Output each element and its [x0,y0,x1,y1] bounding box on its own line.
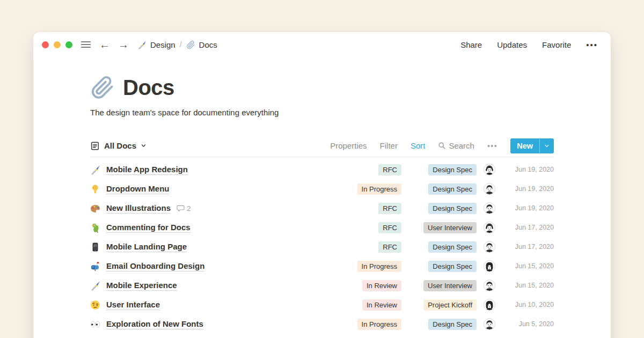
table-row[interactable]: New Illustrations 2 RFC Design Spec Jun … [90,199,554,218]
sidebar-menu-button[interactable] [80,39,91,50]
zoom-window-button[interactable] [65,41,72,48]
doc-emoji-icon [90,300,100,310]
doc-emoji-icon [90,165,100,175]
doc-type-badge[interactable]: Design Spec [428,164,477,175]
doc-type-badge[interactable]: Design Spec [428,241,477,253]
status-badge[interactable]: In Progress [357,183,401,195]
page-icon-paperclip[interactable] [90,75,115,100]
view-selector-label: All Docs [104,141,136,150]
doc-title-link[interactable]: User Interface [106,300,160,310]
close-window-button[interactable] [42,41,49,48]
doc-title-link[interactable]: New Illustrations [106,203,171,214]
titlebar: ← → Design / Docs Share Updates Favorite… [33,32,611,57]
doc-date: Jun 15, 2020 [502,262,554,270]
breadcrumb-label: Docs [199,40,217,49]
properties-button[interactable]: Properties [330,141,367,150]
status-badge[interactable]: In Review [362,280,401,291]
table-row[interactable]: Commenting for Docs RFC User Interview J… [90,218,554,237]
table-row[interactable]: Mobile Landing Page RFC Design Spec Jun … [90,237,554,256]
status-badge[interactable]: RFC [378,222,401,233]
doc-date: Jun 15, 2020 [502,282,554,289]
app-window: ← → Design / Docs Share Updates Favorite… [33,32,611,338]
new-button-label: New [510,138,539,153]
doc-emoji-icon [90,223,100,233]
table-row[interactable]: Mobile App Redesign RFC Design Spec Jun … [90,160,554,179]
page-subtitle: The design team's space for documenting … [90,108,554,117]
docs-table: Mobile App Redesign RFC Design Spec Jun … [90,160,554,334]
share-button[interactable]: Share [460,40,482,49]
new-button[interactable]: New [510,138,554,153]
breadcrumb-item-docs[interactable]: Docs [186,40,217,49]
avatar [484,280,495,291]
doc-type-badge[interactable]: Project Kickoff [423,299,477,311]
avatar [484,222,495,233]
comment-count-value: 2 [187,204,191,212]
search-button[interactable]: Search [438,141,474,150]
sort-button[interactable]: Sort [411,141,426,150]
doc-title-link[interactable]: Mobile Landing Page [106,242,187,252]
doc-emoji-icon [90,242,100,252]
favorite-button[interactable]: Favorite [542,40,571,49]
table-row[interactable]: Exploration of New Fonts In Progress Des… [90,314,554,334]
status-badge[interactable]: RFC [378,241,401,253]
doc-type-badge[interactable]: User Interview [423,280,477,291]
breadcrumb: Design / Docs [137,40,217,49]
hamburger-icon [80,39,91,50]
doc-title-link[interactable]: Mobile Experience [106,281,177,291]
journal-icon [90,141,100,151]
minimize-window-button[interactable] [54,41,61,48]
status-badge[interactable]: In Review [362,299,401,311]
new-button-dropdown[interactable] [540,138,554,153]
more-options-button[interactable]: ••• [586,40,598,49]
doc-emoji-icon [90,184,100,194]
doc-emoji-icon [90,319,100,329]
doc-date: Jun 10, 2020 [502,301,554,308]
doc-emoji-icon [90,261,100,271]
doc-title-link[interactable]: Commenting for Docs [106,223,191,233]
doc-type-badge[interactable]: Design Spec [428,319,477,330]
view-more-button[interactable]: ••• [487,142,497,150]
table-row[interactable]: Mobile Experience In Review User Intervi… [90,276,554,295]
table-row[interactable]: Email Onboarding Design In Progress Desi… [90,256,554,276]
doc-date: Jun 17, 2020 [502,243,554,251]
doc-date: Jun 17, 2020 [502,224,554,231]
doc-type-badge[interactable]: Design Spec [428,203,477,214]
avatar [484,318,495,330]
view-selector[interactable]: All Docs [90,141,147,151]
avatar [484,202,495,214]
avatar [484,164,495,175]
paintbrush-icon [137,40,147,49]
comment-count[interactable]: 2 [177,204,191,212]
table-row[interactable]: Dropdown Menu In Progress Design Spec Ju… [90,179,554,199]
doc-title-link[interactable]: Dropdown Menu [106,184,169,194]
doc-date: Jun 19, 2020 [502,185,554,193]
doc-date: Jun 5, 2020 [502,320,554,328]
search-icon [438,142,446,150]
doc-date: Jun 19, 2020 [502,166,554,173]
avatar [484,183,495,195]
updates-button[interactable]: Updates [497,40,527,49]
filter-button[interactable]: Filter [380,141,398,150]
doc-type-badge[interactable]: Design Spec [428,261,477,272]
avatar [484,260,495,272]
status-badge[interactable]: In Progress [357,319,401,330]
table-row[interactable]: User Interface In Review Project Kickoff… [90,295,554,314]
avatar [484,299,495,311]
status-badge[interactable]: In Progress [357,261,401,272]
breadcrumb-item-design[interactable]: Design [137,40,175,49]
avatar [484,241,495,253]
doc-type-badge[interactable]: User Interview [423,222,477,233]
doc-title-link[interactable]: Email Onboarding Design [106,261,204,271]
status-badge[interactable]: RFC [378,164,401,175]
traffic-lights [42,41,72,48]
doc-emoji-icon [90,203,100,214]
chevron-down-icon [544,143,550,149]
view-toolbar: All Docs Properties Filter Sort Search •… [90,135,554,157]
status-badge[interactable]: RFC [378,203,401,214]
doc-type-badge[interactable]: Design Spec [428,183,477,195]
page-title: Docs [123,76,174,100]
back-button[interactable]: ← [99,39,110,50]
forward-button[interactable]: → [118,39,129,50]
doc-title-link[interactable]: Exploration of New Fonts [106,319,203,329]
doc-title-link[interactable]: Mobile App Redesign [106,165,188,175]
